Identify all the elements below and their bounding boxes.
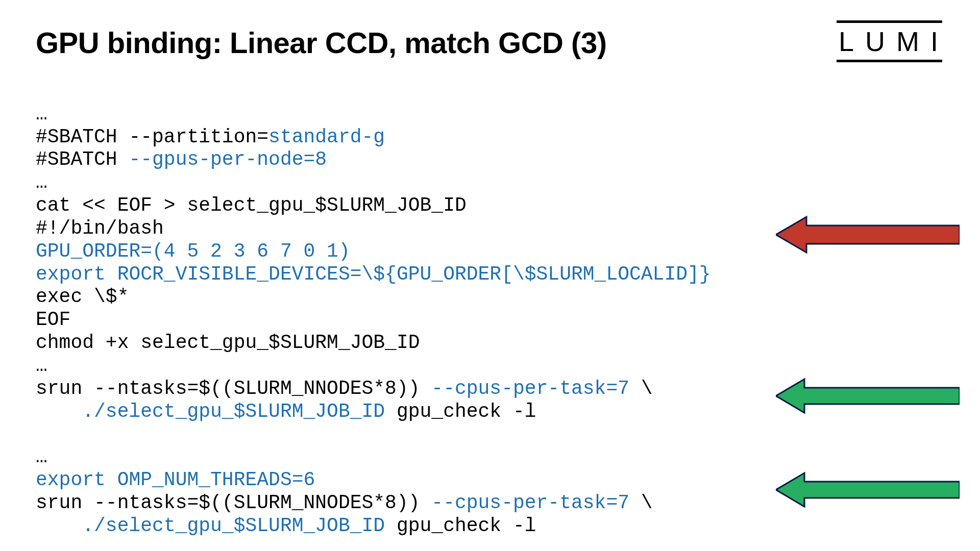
code-line: GPU_ORDER=(4 5 2 3 6 7 0 1): [36, 240, 350, 262]
arrow-green-icon: [776, 470, 960, 501]
code-line: exec \$*: [36, 286, 129, 308]
code-line: #SBATCH --partition=standard-g: [36, 126, 385, 148]
code-line: #SBATCH --gpus-per-node=8: [36, 148, 327, 170]
code-line: #!/bin/bash: [36, 217, 164, 239]
arrow-shape: [776, 217, 960, 253]
code-line: EOF: [36, 309, 70, 331]
code-line: ./select_gpu_$SLURM_JOB_ID gpu_check -l: [36, 515, 536, 537]
code-line: …: [36, 171, 47, 193]
lumi-logo: LUMI: [839, 26, 949, 57]
code-line: export OMP_NUM_THREADS=6: [36, 469, 315, 491]
code-line: srun --ntasks=$((SLURM_NNODES*8)) --cpus…: [36, 492, 653, 514]
code-line: …: [36, 355, 47, 377]
code-line: chmod +x select_gpu_$SLURM_JOB_ID: [36, 332, 420, 354]
slide: LUMI GPU binding: Linear CCD, match GCD …: [0, 0, 980, 551]
code-line: ./select_gpu_$SLURM_JOB_ID gpu_check -l: [36, 400, 536, 422]
arrow-green-icon: [776, 377, 960, 407]
code-block: … #SBATCH --partition=standard-g #SBATCH…: [36, 80, 944, 538]
code-line: …: [36, 446, 47, 468]
code-line: cat << EOF > select_gpu_$SLURM_JOB_ID: [36, 194, 467, 216]
arrow-red-icon: [776, 214, 960, 245]
code-line: export ROCR_VISIBLE_DEVICES=\${GPU_ORDER…: [36, 263, 711, 285]
arrow-shape: [776, 379, 960, 413]
arrow-shape: [776, 473, 960, 507]
slide-title: GPU binding: Linear CCD, match GCD (3): [36, 26, 944, 60]
code-line: srun --ntasks=$((SLURM_NNODES*8)) --cpus…: [36, 378, 653, 399]
code-line: …: [36, 103, 47, 125]
